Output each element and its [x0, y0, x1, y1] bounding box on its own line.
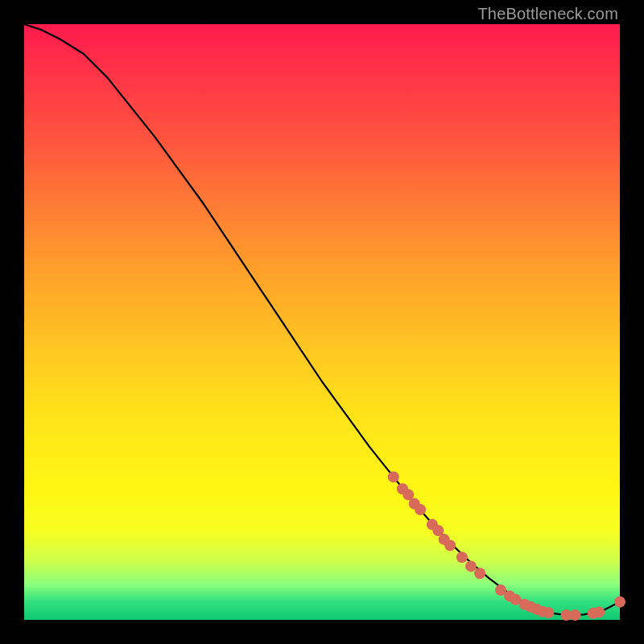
bottleneck-curve: [24, 24, 620, 615]
chart-stage: TheBottleneck.com: [0, 0, 644, 644]
scatter-point: [465, 560, 477, 572]
scatter-point: [474, 568, 485, 579]
scatter-point: [388, 471, 399, 482]
attribution-label: TheBottleneck.com: [477, 5, 618, 23]
scatter-point: [593, 606, 605, 617]
chart-overlay: [24, 24, 620, 620]
scatter-point: [543, 607, 554, 618]
scatter-points: [388, 471, 625, 621]
scatter-point: [415, 504, 426, 515]
scatter-point: [456, 551, 468, 563]
scatter-point: [614, 597, 625, 608]
scatter-point: [444, 540, 456, 551]
scatter-point: [570, 609, 581, 621]
